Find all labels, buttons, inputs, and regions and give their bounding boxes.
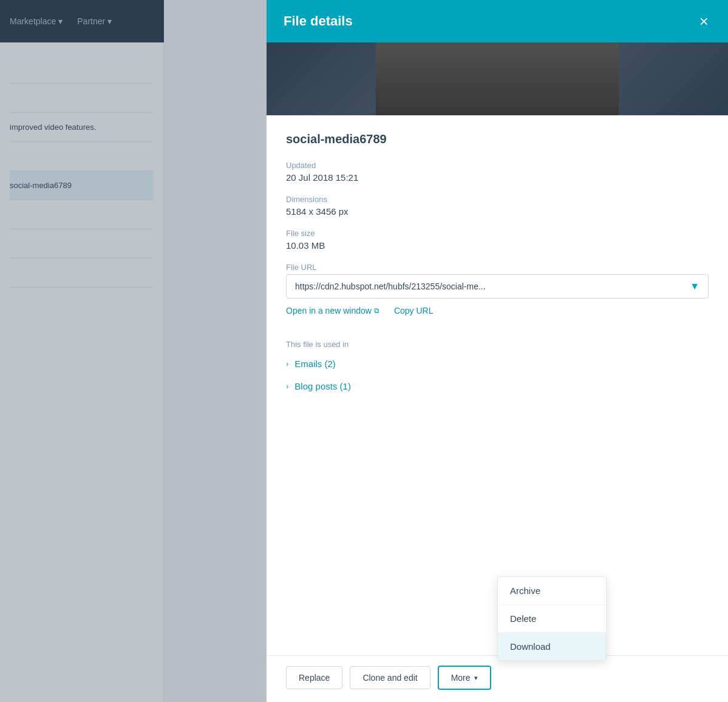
file-details-modal: File details × social-media6789 Updated … xyxy=(267,0,728,702)
usage-emails[interactable]: › Emails (2) xyxy=(286,359,709,369)
dropdown-archive[interactable]: Archive xyxy=(498,577,606,605)
modal-footer: Replace Clone and edit More ▾ Archive De… xyxy=(267,655,728,702)
file-url-group: File URL https://cdn2.hubspot.net/hubfs/… xyxy=(286,263,709,316)
file-size-label: File size xyxy=(286,229,709,238)
clone-and-edit-button[interactable]: Clone and edit xyxy=(350,666,430,689)
open-new-window-link[interactable]: Open in a new window ⧉ xyxy=(286,306,379,316)
updated-group: Updated 20 Jul 2018 15:21 xyxy=(286,161,709,183)
close-button[interactable]: × xyxy=(697,11,711,32)
emails-chevron-icon: › xyxy=(286,359,288,368)
dropdown-delete[interactable]: Delete xyxy=(498,605,606,633)
url-actions: Open in a new window ⧉ Copy URL xyxy=(286,306,709,316)
updated-value: 20 Jul 2018 15:21 xyxy=(286,172,709,183)
dimensions-value: 5184 x 3456 px xyxy=(286,206,709,217)
more-dropdown-menu: Archive Delete Download xyxy=(497,576,607,661)
dimensions-label: Dimensions xyxy=(286,195,709,204)
blog-posts-chevron-icon: › xyxy=(286,382,288,391)
modal-body: social-media6789 Updated 20 Jul 2018 15:… xyxy=(267,115,728,655)
file-name: social-media6789 xyxy=(286,132,709,146)
usage-blog-posts[interactable]: › Blog posts (1) xyxy=(286,381,709,391)
more-chevron-icon: ▾ xyxy=(474,674,478,682)
used-in-label: This file is used in xyxy=(286,340,709,349)
file-url-label: File URL xyxy=(286,263,709,272)
modal-title: File details xyxy=(284,13,353,29)
dimensions-group: Dimensions 5184 x 3456 px xyxy=(286,195,709,217)
url-field[interactable]: https://cdn2.hubspot.net/hubfs/213255/so… xyxy=(286,274,709,299)
external-link-icon: ⧉ xyxy=(374,306,379,315)
updated-label: Updated xyxy=(286,161,709,170)
url-dropdown-icon[interactable]: ▼ xyxy=(690,281,699,292)
more-button[interactable]: More ▾ xyxy=(438,666,491,690)
file-image-preview xyxy=(267,42,728,115)
url-text: https://cdn2.hubspot.net/hubfs/213255/so… xyxy=(295,282,685,291)
copy-url-link[interactable]: Copy URL xyxy=(394,306,434,316)
replace-button[interactable]: Replace xyxy=(286,666,342,689)
modal-header: File details × xyxy=(267,0,728,42)
file-size-group: File size 10.03 MB xyxy=(286,229,709,251)
dropdown-download[interactable]: Download xyxy=(498,633,606,660)
file-size-value: 10.03 MB xyxy=(286,240,709,251)
